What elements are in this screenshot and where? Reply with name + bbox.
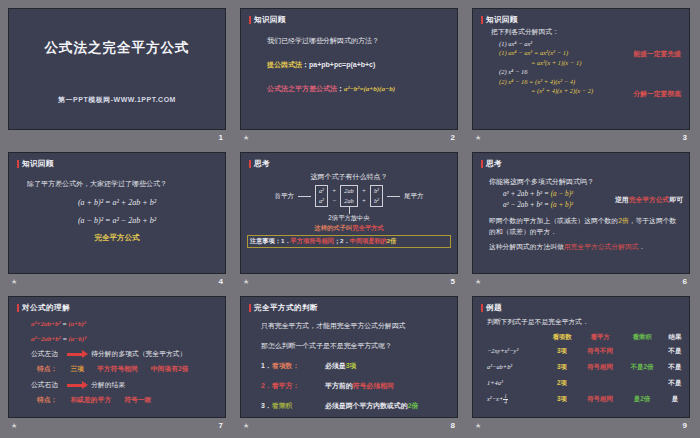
table-header-result: 结果 <box>663 330 687 343</box>
header-accent-bar <box>481 304 483 312</box>
slide-header: 知识回顾 <box>473 9 689 25</box>
animation-star-icon[interactable]: ★ <box>475 134 481 141</box>
expr-prefix: x²−x+ <box>487 395 503 402</box>
method-1-formula: ：pa+pb+pc=p(a+b+c) <box>302 61 375 68</box>
table-header-terms: 看项数 <box>545 330 579 343</box>
formula-2-right: (a−b)² <box>68 335 86 343</box>
slide-thumbnail-3[interactable]: 知识回顾 把下列各式分解因式： (1) ax⁴ − ax² (1) ax⁴ − … <box>472 8 690 130</box>
square-structure-diagram: 首平方 a² a² + − 2ab 2ab + + <box>241 185 457 207</box>
feature-double-middle: 中间项有2倍 <box>151 365 189 372</box>
header-title: 知识回顾 <box>254 15 286 25</box>
slide-header: 例题 <box>473 297 689 313</box>
check-3-rule: 必须是两个平方内数或式的2倍 <box>325 401 418 411</box>
question-text: 除了平方差公式外，大家还学过了哪些公式？ <box>27 179 225 189</box>
formula-caption: 完全平方公式 <box>9 233 225 243</box>
check-2-label: 2．看平方： <box>261 381 325 391</box>
left-side-label: 公式左边 <box>31 349 58 359</box>
notice-box: 注意事项：1．平方项符号相同；2．中间项是积的2倍 <box>247 235 451 248</box>
check-1-name: 看项数： <box>272 362 300 369</box>
slide-thumbnail-5[interactable]: 思考 这两个式子有什么特点？ 首平方 a² a² + − 2ab 2ab <box>240 152 458 274</box>
connector-line-right <box>387 196 400 197</box>
slide-thumbnail-8[interactable]: 完全平方式的判断 只有完全平方式，才能用完全平方公式分解因式 那怎么判断一个式子… <box>240 296 458 418</box>
header-title: 对公式的理解 <box>22 303 70 313</box>
check-3-name: 看乘积 <box>272 402 293 409</box>
term-box-a2: a² a² <box>315 185 328 207</box>
slide-cell-6: 思考 你能将这两个多项式分解因式吗？ a² + 2ab + b² = (a − … <box>472 152 690 290</box>
slide-meta-strip: ★ 3 <box>472 130 690 144</box>
animation-star-icon[interactable]: ★ <box>11 278 17 285</box>
right-side-label: 公式右边 <box>31 380 58 390</box>
slide-thumbnail-2[interactable]: 知识回顾 我们已经学过哪些分解因式的方法？ 提公因式法：pa+pb+pc=p(a… <box>240 8 458 130</box>
definition-highlight: 完全平方式 <box>352 224 383 231</box>
animation-star-icon[interactable]: ★ <box>475 278 481 285</box>
header-accent-bar <box>17 304 19 312</box>
question-text: 我们已经学过哪些分解因式的方法？ <box>267 36 457 46</box>
left-side-text: 待分解的多项式（完全平方式） <box>91 349 186 359</box>
animation-star-icon[interactable]: ★ <box>475 422 481 429</box>
slide-header: 完全平方式的判断 <box>241 297 457 313</box>
formula-diff-square: (a − b)² = a² − 2ab + b² <box>9 216 225 225</box>
feature-three-terms: 三项 <box>70 365 84 372</box>
table-row-result: 不是 <box>663 359 687 375</box>
slide-number: 4 <box>219 277 223 286</box>
slide-meta-strip: ★ 6 <box>472 274 690 288</box>
slide-meta-strip: ★ 9 <box>472 418 690 432</box>
slide-cell-2: 知识回顾 我们已经学过哪些分解因式的方法？ 提公因式法：pa+pb+pc=p(a… <box>240 8 458 146</box>
header-title: 思考 <box>254 159 270 169</box>
definition-prefix: 这样的式子叫 <box>314 224 352 231</box>
slide-thumbnail-4[interactable]: 知识回顾 除了平方差公式外，大家还学过了哪些公式？ (a + b)² = a² … <box>8 152 226 274</box>
slide-thumbnail-9[interactable]: 例题 判断下列式子是不是完全平方式． 看项数 看平方 看乘积 结果 −2xy+x… <box>472 296 690 418</box>
table-row-terms: 3项 <box>545 391 579 407</box>
method-2-colon: ： <box>337 85 344 92</box>
notice-prefix: 注意事项：1． <box>250 237 291 244</box>
arrow-icon <box>67 384 82 387</box>
slide-header: 思考 <box>241 153 457 169</box>
table-row-expr: 1+4a² <box>481 375 545 391</box>
slide-thumbnail-6[interactable]: 思考 你能将这两个多项式分解因式吗？ a² + 2ab + b² = (a − … <box>472 152 690 274</box>
method-1-label: 提公因式法 <box>267 61 302 68</box>
slide-meta-strip: 1 <box>8 130 226 144</box>
method-line-1: 提公因式法：pa+pb+pc=p(a+b+c) <box>267 60 457 70</box>
slide-number: 9 <box>683 421 687 430</box>
arrow-icon <box>67 353 82 356</box>
slide-meta-strip: ★ 7 <box>8 418 226 432</box>
table-row-result: 是 <box>663 391 687 407</box>
method-2-label: 公式法之平方差公式法 <box>267 85 337 92</box>
header-title: 思考 <box>486 159 502 169</box>
slide-number: 2 <box>451 133 455 142</box>
explanation-paragraph: 即两个数的平方加上（或减去）这两个数的2倍，等于这两个数的和（或差）的平方． <box>489 216 677 237</box>
slide-thumbnail-1[interactable]: 公式法之完全平方公式 第一PPT模板网-WWW.1PPT.COM <box>8 8 226 130</box>
table-header-empty <box>481 330 545 343</box>
connector-line-left <box>298 196 311 197</box>
method-name-sentence: 这种分解因式的方法叫做用完全平方公式分解因式． <box>489 242 689 252</box>
header-title: 知识回顾 <box>22 159 54 169</box>
animation-star-icon[interactable]: ★ <box>243 422 249 429</box>
check-3-label: 3．看乘积 <box>261 401 325 411</box>
explanation-highlight: 2倍 <box>618 217 629 224</box>
slide-thumbnail-7[interactable]: 对公式的理解 a²+2ab+b² = (a+b)² a²−2ab+b² = (a… <box>8 296 226 418</box>
header-title: 知识回顾 <box>486 15 518 25</box>
animation-star-icon[interactable]: ★ <box>243 278 249 285</box>
notice-mid: ；2． <box>334 237 350 244</box>
slide-meta-strip: ★ 5 <box>240 274 458 288</box>
header-accent-bar <box>481 160 483 168</box>
animation-star-icon[interactable]: ★ <box>243 134 249 141</box>
check-1-number: 1． <box>261 362 272 369</box>
table-row-result: 不是 <box>663 375 687 391</box>
hint-highlight: 完全平方公式 <box>629 196 670 203</box>
check-item-3: 3．看乘积必须是两个平方内数或式的2倍 <box>261 401 457 411</box>
hint-prefix: 逆用 <box>615 196 629 203</box>
connector-line-down <box>349 207 350 214</box>
slide-header: 对公式的理解 <box>9 297 225 313</box>
check-1-label: 1．看项数： <box>261 361 325 371</box>
problem-1-step-2: = ax²(x + 1)(x − 1) <box>531 59 689 66</box>
notice-rule-1: 平方项符号相同 <box>291 237 334 244</box>
formula-1-right: (a+b)² <box>68 320 86 328</box>
slide-number: 5 <box>451 277 455 286</box>
slide-header: 知识回顾 <box>9 153 225 169</box>
formula-sum-square: (a + b)² = a² + 2ab + b² <box>9 198 225 207</box>
check-3-highlight: 2倍 <box>408 402 419 409</box>
slide-footer-credit: 第一PPT模板网-WWW.1PPT.COM <box>9 95 225 105</box>
table-row-result: 不是 <box>663 343 687 359</box>
animation-star-icon[interactable]: ★ <box>11 422 17 429</box>
